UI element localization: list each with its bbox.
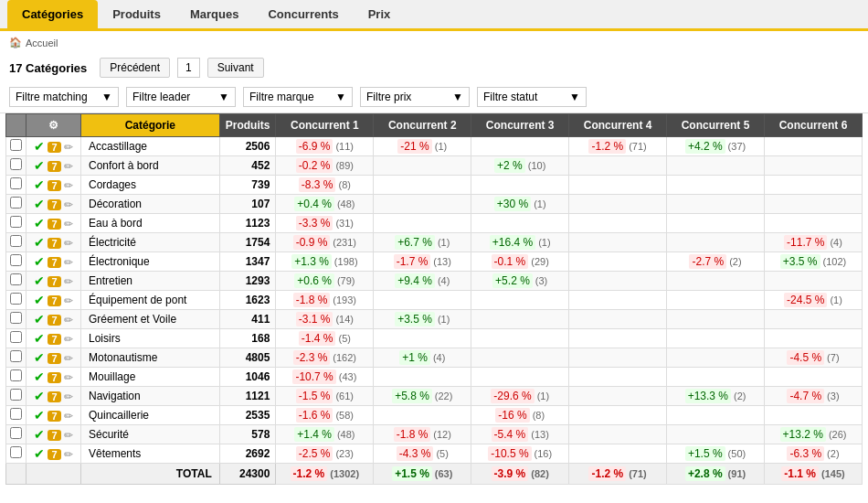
edit-icon[interactable]: ✏: [64, 218, 73, 230]
table-row: ✔ 7 ✏Navigation1121-1.5 %(61)+5.8 %(22)-…: [6, 387, 863, 406]
badge-number[interactable]: 7: [48, 372, 60, 383]
row-checkbox[interactable]: [10, 273, 22, 285]
category-name[interactable]: Électronique: [81, 252, 220, 272]
category-name[interactable]: Loisirs: [81, 329, 220, 348]
edit-icon[interactable]: ✏: [64, 237, 73, 250]
edit-icon[interactable]: ✏: [64, 371, 73, 384]
product-count: 1123: [219, 214, 276, 233]
status-check-icon: ✔: [34, 331, 45, 346]
category-name[interactable]: Accastillage: [81, 137, 220, 156]
col-header-9: Concurrent 6: [765, 114, 863, 137]
badge-number[interactable]: 7: [48, 353, 60, 364]
row-checkbox[interactable]: [10, 408, 22, 420]
badge-number[interactable]: 7: [48, 219, 60, 230]
edit-icon[interactable]: ✏: [64, 179, 73, 192]
category-name[interactable]: Cordages: [81, 176, 220, 195]
row-checkbox[interactable]: [10, 331, 22, 343]
edit-icon[interactable]: ✏: [64, 160, 73, 173]
badge-number[interactable]: 7: [48, 449, 60, 460]
col-header-6: Concurrent 3: [471, 114, 569, 137]
badge-number[interactable]: 7: [48, 161, 60, 172]
badge-number[interactable]: 7: [48, 334, 60, 345]
table-row: ✔ 7 ✏Équipement de pont1623-1.8 %(193)-2…: [6, 291, 863, 310]
badge-number[interactable]: 7: [48, 180, 60, 191]
filter-filtre-statut[interactable]: Filtre statut▼: [477, 87, 587, 107]
row-checkbox[interactable]: [10, 293, 22, 305]
category-name[interactable]: Motonautisme: [81, 348, 220, 368]
badge-number[interactable]: 7: [48, 430, 60, 441]
status-check-icon: ✔: [34, 350, 45, 365]
category-name[interactable]: Mouillage: [81, 368, 220, 387]
category-name[interactable]: Électricité: [81, 233, 220, 252]
category-name[interactable]: Gréement et Voile: [81, 310, 220, 329]
category-name[interactable]: Eau à bord: [81, 214, 220, 233]
status-check-icon: ✔: [34, 312, 45, 326]
category-name[interactable]: Équipement de pont: [81, 291, 220, 310]
badge-number[interactable]: 7: [48, 257, 60, 268]
edit-icon[interactable]: ✏: [64, 198, 73, 211]
product-count: 2506: [219, 137, 276, 156]
category-name[interactable]: Entretien: [81, 272, 220, 291]
edit-icon[interactable]: ✏: [64, 256, 73, 269]
col-header-0: [6, 114, 26, 137]
filter-filtre-leader[interactable]: Filtre leader▼: [126, 87, 236, 107]
row-checkbox[interactable]: [10, 446, 22, 458]
badge-number[interactable]: 7: [48, 391, 60, 402]
total-products: 24300: [219, 464, 276, 485]
row-checkbox[interactable]: [10, 235, 22, 247]
filter-filtre-prix[interactable]: Filtre prix▼: [360, 87, 470, 107]
filter-filtre-matching[interactable]: Filtre matching▼: [9, 87, 119, 107]
table-row: ✔ 7 ✏Quincaillerie2535-1.6 %(58)-16 %(8): [6, 406, 863, 425]
row-checkbox[interactable]: [10, 197, 22, 209]
badge-number[interactable]: 7: [48, 238, 60, 249]
tab-prix[interactable]: Prix: [354, 0, 406, 28]
row-checkbox[interactable]: [10, 389, 22, 401]
row-checkbox[interactable]: [10, 369, 22, 381]
table-row: ✔ 7 ✏Cordages739-8.3 %(8): [6, 176, 863, 195]
category-name[interactable]: Décoration: [81, 195, 220, 214]
category-name[interactable]: Vêtements: [81, 444, 220, 464]
row-checkbox[interactable]: [10, 139, 22, 151]
edit-icon[interactable]: ✏: [64, 294, 73, 307]
category-name[interactable]: Quincaillerie: [81, 406, 220, 425]
edit-icon[interactable]: ✏: [64, 141, 73, 154]
edit-icon[interactable]: ✏: [64, 314, 73, 326]
top-nav: CatégoriesProduitsMarquesConcurrentsPrix: [0, 0, 868, 31]
badge-number[interactable]: 7: [48, 142, 60, 153]
badge-number[interactable]: 7: [48, 315, 60, 326]
row-checkbox[interactable]: [10, 177, 22, 189]
tab-marques[interactable]: Marques: [175, 0, 253, 28]
edit-icon[interactable]: ✏: [64, 429, 73, 442]
edit-icon[interactable]: ✏: [64, 448, 73, 461]
badge-number[interactable]: 7: [48, 295, 60, 306]
edit-icon[interactable]: ✏: [64, 275, 73, 288]
category-name[interactable]: Sécurité: [81, 425, 220, 444]
badge-number[interactable]: 7: [48, 276, 60, 287]
row-checkbox[interactable]: [10, 158, 22, 170]
edit-icon[interactable]: ✏: [64, 391, 73, 403]
tab-produits[interactable]: Produits: [98, 0, 175, 28]
tab-concurrents[interactable]: Concurrents: [253, 0, 353, 28]
edit-icon[interactable]: ✏: [64, 410, 73, 423]
row-checkbox[interactable]: [10, 350, 22, 362]
col-header-1: ⚙: [26, 114, 81, 137]
prev-button[interactable]: Précédent: [100, 58, 170, 78]
status-check-icon: ✔: [34, 293, 45, 307]
edit-icon[interactable]: ✏: [64, 352, 73, 365]
badge-number[interactable]: 7: [48, 199, 60, 210]
row-checkbox[interactable]: [10, 427, 22, 439]
row-checkbox[interactable]: [10, 254, 22, 266]
filter-filtre-marque[interactable]: Filtre marque▼: [243, 87, 353, 107]
category-count: 17 Catégories: [9, 61, 87, 75]
next-button[interactable]: Suivant: [207, 58, 264, 78]
row-checkbox[interactable]: [10, 312, 22, 324]
edit-icon[interactable]: ✏: [64, 333, 73, 346]
row-checkbox[interactable]: [10, 216, 22, 228]
status-check-icon: ✔: [34, 139, 45, 154]
category-name[interactable]: Navigation: [81, 387, 220, 406]
product-count: 1293: [219, 272, 276, 291]
category-name[interactable]: Confort à bord: [81, 156, 220, 176]
tab-catégories[interactable]: Catégories: [7, 0, 98, 28]
badge-number[interactable]: 7: [48, 411, 60, 422]
product-count: 578: [219, 425, 276, 444]
